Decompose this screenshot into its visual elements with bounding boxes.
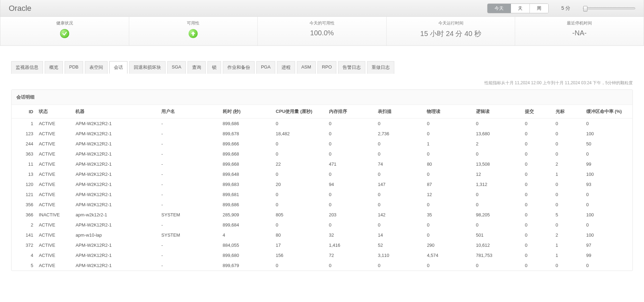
cell: 0 — [584, 260, 632, 271]
cell: 899,686 — [220, 118, 273, 129]
cell: 94 — [326, 179, 375, 189]
cell: 0 — [375, 220, 424, 230]
cell: ACTIVE — [36, 139, 73, 149]
col-header[interactable]: 缓冲区命中率 (%) — [584, 105, 632, 118]
cell: 0 — [273, 149, 326, 159]
col-header[interactable]: 用户名 — [159, 105, 220, 118]
granularity-slider[interactable] — [583, 7, 635, 9]
table-row[interactable]: 372ACTIVEAPM-W2K12R2-1-884,055171,416522… — [12, 240, 632, 250]
time-tab-1[interactable]: 天 — [511, 4, 530, 13]
table-row[interactable]: 366INACTIVEapm-w2k12r2-1SYSTEM285,909805… — [12, 210, 632, 220]
table-row[interactable]: 123ACTIVEAPM-W2K12R2-1-899,67818,48202,7… — [12, 129, 632, 139]
table-row[interactable]: 120ACTIVEAPM-W2K12R2-1-899,6832094147871… — [12, 179, 632, 189]
tab-查询[interactable]: 查询 — [188, 61, 206, 74]
cell: APM-W2K12R2-1 — [73, 129, 159, 139]
cell: 244 — [12, 139, 36, 149]
cell: 0 — [553, 179, 584, 189]
cell: apm-w2k12r2-1 — [73, 210, 159, 220]
tab-告警日志[interactable]: 告警日志 — [338, 61, 365, 74]
cell: 884,055 — [220, 240, 273, 250]
cell: ACTIVE — [36, 220, 73, 230]
cell: 2,736 — [375, 129, 424, 139]
cell: 0 — [553, 260, 584, 271]
cell: 0 — [522, 200, 553, 210]
table-row[interactable]: 121ACTIVEAPM-W2K12R2-1-899,681000120000 — [12, 189, 632, 200]
header-right: 今天天周 5 分 — [487, 3, 635, 13]
table-row[interactable]: 13ACTIVEAPM-W2K12R2-1-899,64800001201100 — [12, 169, 632, 179]
tab-RPO[interactable]: RPO — [317, 61, 336, 74]
cell: 1 — [553, 250, 584, 260]
table-row[interactable]: 244ACTIVEAPM-W2K12R2-1-899,666000120050 — [12, 139, 632, 149]
cell: APM-W2K12R2-1 — [73, 220, 159, 230]
slider-thumb[interactable] — [583, 6, 587, 12]
metrics-panel: 健康状况 可用性 今天的可用性 100.0% 今天运行时间 15 小时 24 分… — [0, 17, 644, 46]
col-header[interactable]: 耗时 (秒) — [220, 105, 273, 118]
col-header[interactable]: CPU使用量 (厘秒) — [273, 105, 326, 118]
tab-PDB[interactable]: PDB — [65, 61, 83, 74]
cell: 356 — [12, 200, 36, 210]
cell: 0 — [584, 189, 632, 200]
col-header[interactable]: ID — [12, 105, 36, 118]
col-header[interactable]: 提交 — [522, 105, 553, 118]
cell: 0 — [273, 220, 326, 230]
cell: 0 — [522, 210, 553, 220]
cell: 0 — [522, 250, 553, 260]
table-row[interactable]: 2ACTIVEAPM-W2K12R2-1-899,68400000000 — [12, 220, 632, 230]
cell: 0 — [273, 200, 326, 210]
cell: 2 — [553, 230, 584, 240]
tab-会话[interactable]: 会话 — [109, 61, 127, 74]
cell: 13 — [12, 169, 36, 179]
tab-作业和备份[interactable]: 作业和备份 — [223, 61, 255, 74]
time-tab-2[interactable]: 周 — [530, 4, 548, 13]
table-row[interactable]: 11ACTIVEAPM-W2K12R2-1-899,66822471748013… — [12, 159, 632, 169]
tab-表空间[interactable]: 表空间 — [85, 61, 108, 74]
cell: 899,681 — [220, 189, 273, 200]
metric-label: 最近停机时间 — [517, 20, 642, 26]
cell: 0 — [424, 220, 473, 230]
table-row[interactable]: 141ACTIVEapm-w10-lapSYSTEM48032140501021… — [12, 230, 632, 240]
cell: 366 — [12, 210, 36, 220]
table-row[interactable]: 363ACTIVEAPM-W2K12R2-1-899,66800000000 — [12, 149, 632, 159]
time-tab-0[interactable]: 今天 — [488, 4, 511, 13]
cell: APM-W2K12R2-1 — [73, 250, 159, 260]
tab-ASM[interactable]: ASM — [297, 61, 316, 74]
cell: 0 — [326, 189, 375, 200]
cell: 781,753 — [473, 250, 522, 260]
tab-PGA[interactable]: PGA — [256, 61, 275, 74]
cell: 0 — [522, 139, 553, 149]
cell: 0 — [273, 169, 326, 179]
cell: 0 — [326, 169, 375, 179]
cell: 121 — [12, 189, 36, 200]
table-row[interactable]: 5ACTIVEAPM-W2K12R2-1-899,67900000000 — [12, 260, 632, 271]
table-row[interactable]: 356ACTIVEAPM-W2K12R2-1-899,68600000000 — [12, 200, 632, 210]
cell: 0 — [553, 220, 584, 230]
table-row[interactable]: 4ACTIVEAPM-W2K12R2-1-899,680156723,1104,… — [12, 250, 632, 260]
col-header[interactable]: 物理读 — [424, 105, 473, 118]
cell: 22 — [273, 159, 326, 169]
cell: 0 — [584, 118, 632, 129]
tab-回退和损坏块[interactable]: 回退和损坏块 — [129, 61, 166, 74]
cell: ACTIVE — [36, 159, 73, 169]
col-header[interactable]: 机器 — [73, 105, 159, 118]
col-header[interactable]: 光标 — [553, 105, 584, 118]
col-header[interactable]: 状态 — [36, 105, 73, 118]
up-arrow-icon — [189, 29, 198, 38]
cell: 363 — [12, 149, 36, 159]
col-header[interactable]: 表扫描 — [375, 105, 424, 118]
table-row[interactable]: 1ACTIVEAPM-W2K12R2-1-899,68600000000 — [12, 118, 632, 129]
cell: 35 — [424, 210, 473, 220]
tab-SGA[interactable]: SGA — [167, 61, 186, 74]
cell: ACTIVE — [36, 260, 73, 271]
cell: 147 — [375, 179, 424, 189]
cell: 100 — [584, 169, 632, 179]
metric-health: 健康状况 — [0, 17, 129, 45]
tab-进程[interactable]: 进程 — [277, 61, 295, 74]
col-header[interactable]: 内存排序 — [326, 105, 375, 118]
cell: 50 — [584, 139, 632, 149]
tab-锁[interactable]: 锁 — [207, 61, 221, 74]
col-header[interactable]: 逻辑读 — [473, 105, 522, 118]
tab-重做日志[interactable]: 重做日志 — [367, 61, 394, 74]
cell: 899,679 — [220, 260, 273, 271]
tab-概览[interactable]: 概览 — [45, 61, 63, 74]
tab-监视器信息[interactable]: 监视器信息 — [11, 61, 43, 74]
